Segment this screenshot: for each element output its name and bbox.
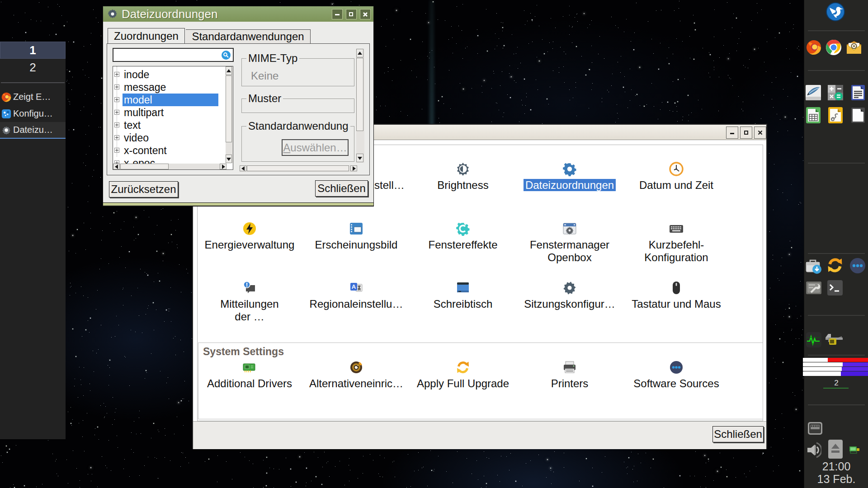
svg-text:A: A <box>352 283 356 290</box>
